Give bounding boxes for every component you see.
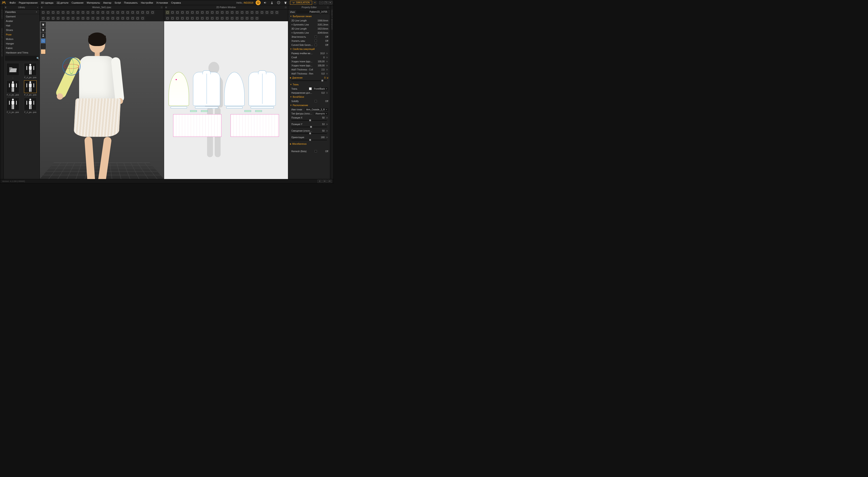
tool-button[interactable] [255, 10, 259, 14]
library-item-pose[interactable]: Pose [4, 32, 39, 37]
viewport-3d[interactable] [40, 21, 164, 179]
tool-button[interactable] [180, 16, 184, 20]
tool-button[interactable] [66, 10, 70, 14]
tool-button[interactable] [250, 10, 254, 14]
pattern-bodice-front[interactable] [193, 72, 220, 106]
tool-button[interactable] [275, 10, 279, 14]
pattern-sleeve-right[interactable] [224, 72, 245, 106]
shade-avatar-solid[interactable] [41, 33, 46, 38]
figtype-dropdown[interactable]: Изогнуто▼ [315, 112, 328, 115]
section-simulation[interactable]: ▼Свойства симуляций [288, 47, 330, 51]
tool-button[interactable] [215, 16, 219, 20]
tool-button[interactable] [106, 16, 110, 20]
panel-menu-icon[interactable]: ▸ [37, 6, 38, 8]
add-favorite-icon[interactable]: ＋ [35, 10, 38, 13]
slider[interactable] [291, 140, 327, 140]
reset-icon[interactable]: ⇲ [326, 123, 328, 125]
library-item-shoes[interactable]: Shoes [4, 28, 39, 32]
tool-button[interactable] [141, 16, 145, 20]
simulation-dropdown[interactable]: ▾ [313, 1, 316, 4]
checkbox[interactable] [315, 100, 317, 102]
shade-texture[interactable] [41, 38, 46, 43]
tool-button[interactable] [225, 10, 229, 14]
section-bond[interactable]: ▼Bond/Skive [288, 95, 330, 99]
tool-button[interactable] [86, 16, 90, 20]
tool-button[interactable] [51, 10, 55, 14]
menu-файл[interactable]: Файл [8, 1, 17, 4]
library-item-hanger[interactable]: Hanger [4, 41, 39, 46]
tool-button[interactable] [245, 10, 249, 14]
tool-button[interactable] [235, 10, 239, 14]
menu-редактирование[interactable]: Редактирование [17, 1, 39, 4]
tool-button[interactable] [146, 10, 150, 14]
tool-button[interactable] [170, 10, 175, 14]
tool-button[interactable] [185, 10, 189, 14]
reset-icon[interactable]: ⇲ [326, 52, 328, 55]
tool-button[interactable] [230, 16, 234, 20]
tab-modular-configurator[interactable]: MODULAR CONFIGURATOR [1, 28, 3, 57]
library-thumb[interactable]: F_A_po...pos [5, 98, 21, 113]
search-icon[interactable]: 🔍 [36, 57, 39, 60]
tool-button[interactable] [61, 10, 65, 14]
tool-button[interactable] [210, 10, 214, 14]
garment-icon[interactable] [283, 0, 288, 5]
tool-button[interactable] [195, 10, 199, 14]
shade-skin[interactable] [41, 49, 46, 54]
panel-expand-icon[interactable]: ◳ [285, 6, 287, 8]
tool-button[interactable] [56, 10, 60, 14]
window-maximize[interactable]: ❐ [324, 1, 328, 4]
tool-button[interactable] [141, 10, 145, 14]
reset-icon[interactable]: ⇲ [326, 92, 328, 94]
tool-button[interactable] [245, 16, 249, 20]
tool-button[interactable] [240, 10, 244, 14]
menu-3d одежда[interactable]: 3D одежда [39, 1, 55, 4]
tool-button[interactable] [91, 10, 95, 14]
tool-button[interactable] [151, 10, 155, 14]
tool-button[interactable] [220, 16, 224, 20]
menu-сшивание[interactable]: Сшивание [70, 1, 85, 4]
tool-button[interactable] [71, 16, 75, 20]
pattern-skirt-back[interactable] [230, 114, 279, 137]
viewport-2d[interactable] [164, 21, 288, 179]
shade-wire[interactable] [41, 44, 46, 49]
pattern-accent[interactable] [255, 110, 262, 112]
reset-icon[interactable]: ⇲ [326, 116, 328, 119]
menu-аватар[interactable]: Аватар [102, 1, 113, 4]
library-thumb[interactable]: F_A_po...pos [23, 80, 38, 96]
tool-button[interactable] [220, 10, 224, 14]
reset-icon[interactable]: ⇲ [326, 130, 328, 132]
tool-button[interactable] [56, 16, 60, 20]
tool-button[interactable] [170, 16, 175, 20]
volume-icon[interactable] [263, 0, 268, 5]
simulation-button[interactable]: SIMULATION [290, 1, 312, 5]
checkbox[interactable] [315, 36, 317, 38]
tool-button[interactable] [81, 10, 85, 14]
tool-button[interactable] [230, 10, 234, 14]
panel-expand-icon[interactable]: ◳ [327, 6, 329, 8]
tool-button[interactable] [81, 16, 85, 20]
library-thumb[interactable]: F_A_po...pos [23, 98, 38, 113]
checkbox[interactable] [315, 40, 317, 42]
library-item-motion[interactable]: Motion [4, 37, 39, 41]
reset-icon[interactable]: ⇲ [326, 56, 328, 59]
tool-button[interactable] [46, 10, 50, 14]
tool-button[interactable] [91, 16, 95, 20]
tool-button[interactable] [260, 10, 264, 14]
panel-undock-icon[interactable]: ◧ [165, 6, 167, 8]
menu-материалы[interactable]: Материалы [85, 1, 102, 4]
shade-shirt-2[interactable] [41, 28, 46, 33]
library-item-garment[interactable]: Garment [4, 14, 39, 19]
tool-button[interactable] [61, 16, 65, 20]
tool-button[interactable] [200, 16, 204, 20]
tool-button[interactable] [185, 16, 189, 20]
tool-button[interactable] [101, 10, 105, 14]
reset-icon[interactable]: ⇲ [326, 60, 328, 63]
pattern-accent[interactable] [201, 110, 208, 112]
library-thumb[interactable]: F_A_po...pos [23, 63, 38, 78]
slider[interactable] [291, 120, 327, 121]
tool-button[interactable] [235, 16, 239, 20]
avatar-3d[interactable] [74, 35, 120, 137]
tool-button[interactable] [131, 16, 135, 20]
point-dropdown[interactable]: Arm_Outside_3_R▼ [305, 108, 328, 111]
tool-button[interactable] [200, 10, 204, 14]
